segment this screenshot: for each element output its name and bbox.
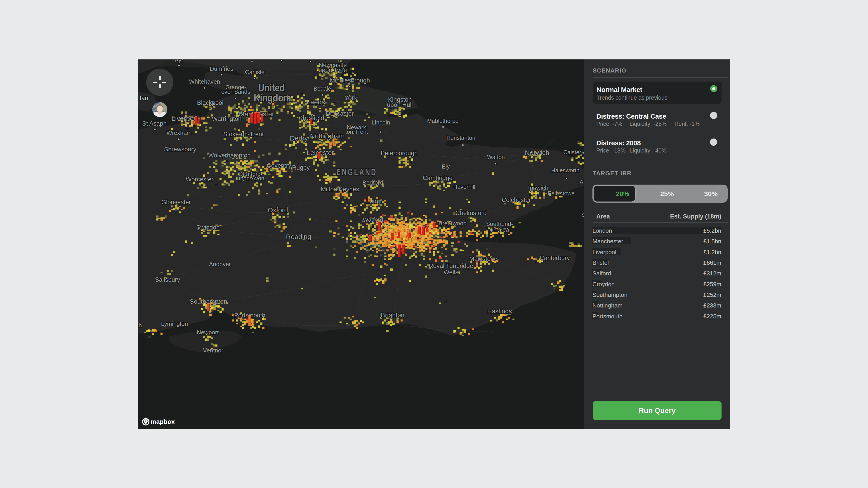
svg-text:Ventnor: Ventnor	[203, 347, 223, 354]
svg-text:Nottingham: Nottingham	[310, 132, 344, 140]
svg-text:upon-Avon: upon-Avon	[237, 175, 264, 182]
svg-text:Whitehaven: Whitehaven	[189, 78, 220, 85]
svg-text:upon Tyne: upon Tyne	[318, 67, 347, 73]
svg-text:Mablethorpe: Mablethorpe	[427, 118, 459, 124]
svg-text:Ayr: Ayr	[175, 59, 184, 64]
svg-text:Gloucester: Gloucester	[161, 199, 191, 205]
svg-text:Caister-on-S: Caister-on-S	[563, 149, 584, 156]
svg-text:Carlisle: Carlisle	[245, 69, 265, 75]
svg-text:Hunstanton: Hunstanton	[446, 135, 475, 141]
svg-text:on-Trent: on-Trent	[347, 129, 368, 135]
svg-text:Brentwood: Brentwood	[438, 220, 467, 227]
svg-text:Peterborough: Peterborough	[381, 150, 418, 157]
svg-text:Lymington: Lymington	[161, 320, 188, 327]
svg-text:Worcester: Worcester	[186, 176, 214, 183]
svg-text:Kingdom: Kingdom	[254, 92, 291, 104]
svg-text:Canterbury: Canterbury	[539, 255, 570, 261]
svg-text:s: s	[582, 212, 584, 218]
svg-text:ENGLAND: ENGLAND	[336, 167, 377, 177]
svg-text:over-Sands: over-Sands	[221, 89, 250, 95]
svg-text:Chelmsford: Chelmsford	[456, 210, 487, 217]
svg-text:Cambridge: Cambridge	[423, 175, 453, 182]
svg-text:h: h	[138, 322, 142, 329]
svg-text:Hastings: Hastings	[487, 308, 512, 315]
svg-text:Halesworth: Halesworth	[551, 167, 579, 173]
svg-text:Middlesbrough: Middlesbrough	[330, 77, 370, 84]
svg-text:Bedale: Bedale	[313, 86, 331, 92]
svg-text:Watton: Watton	[487, 154, 505, 160]
svg-text:Shrewsbury: Shrewsbury	[164, 146, 196, 153]
svg-text:Brighton: Brighton	[381, 312, 404, 319]
svg-text:Colchester: Colchester	[502, 197, 531, 203]
svg-text:Dumfries: Dumfries	[210, 65, 233, 72]
svg-text:Blackpool: Blackpool	[197, 99, 223, 106]
svg-text:Maidstone: Maidstone	[469, 256, 498, 262]
svg-text:Doncaster: Doncaster	[326, 110, 353, 117]
svg-text:upon Hull: upon Hull	[387, 101, 413, 108]
svg-text:Salisbury: Salisbury	[155, 276, 180, 283]
svg-text:Milton Keynes: Milton Keynes	[321, 186, 359, 193]
svg-text:Wells: Wells	[443, 269, 458, 275]
svg-text:Rugby: Rugby	[292, 164, 310, 171]
svg-text:Coventry: Coventry	[267, 162, 291, 169]
svg-text:Leeds: Leeds	[307, 98, 325, 106]
svg-text:Ely: Ely	[442, 163, 450, 170]
svg-text:Ipswich: Ipswich	[528, 185, 548, 191]
svg-text:St Asaph: St Asaph	[142, 120, 166, 127]
svg-text:Oxford: Oxford	[268, 206, 288, 214]
svg-text:Haverhill: Haverhill	[453, 184, 475, 190]
svg-text:Royal Tunbridge: Royal Tunbridge	[429, 263, 473, 269]
svg-text:Lincoln: Lincoln	[372, 119, 390, 126]
svg-text:Warrington: Warrington	[212, 116, 241, 122]
svg-text:Aldebu: Aldebu	[580, 179, 584, 185]
svg-text:Luton: Luton	[366, 198, 381, 205]
svg-text:Derby: Derby	[290, 134, 308, 142]
svg-text:Reading: Reading	[286, 233, 311, 240]
svg-text:Norwich: Norwich	[525, 149, 549, 156]
svg-text:Felixstowe: Felixstowe	[548, 190, 575, 197]
svg-text:Andover: Andover	[209, 261, 231, 267]
svg-text:Stoke-on-Trent: Stoke-on-Trent	[223, 131, 264, 138]
svg-text:York: York	[344, 94, 358, 101]
svg-text:on-Sea: on-Sea	[490, 226, 509, 233]
svg-text:Swindon: Swindon	[196, 224, 220, 231]
svg-text:Newport: Newport	[197, 329, 219, 336]
svg-text:lan: lan	[140, 94, 148, 101]
svg-text:mapbox: mapbox	[151, 418, 175, 425]
svg-text:Wolverhampton: Wolverhampton	[208, 152, 251, 159]
svg-text:Bedford: Bedford	[362, 179, 383, 186]
svg-text:Wrexham: Wrexham	[166, 129, 192, 136]
